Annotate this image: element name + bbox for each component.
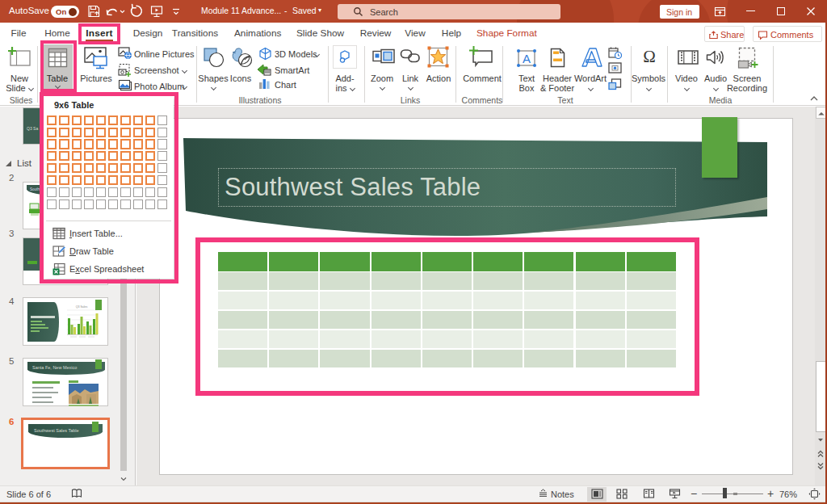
- svg-text:Q3 Sales: Q3 Sales: [76, 305, 88, 309]
- svg-text:A: A: [523, 52, 531, 65]
- svg-text:Ω: Ω: [643, 47, 656, 66]
